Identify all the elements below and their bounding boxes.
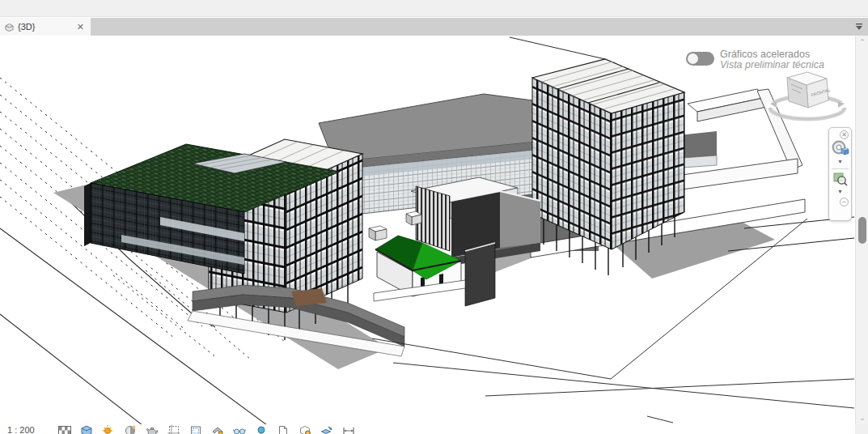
zoom-region-icon[interactable] <box>832 171 849 187</box>
accelerated-graphics-toggle[interactable] <box>686 52 714 66</box>
page-icon[interactable] <box>277 424 290 434</box>
blue-box-icon[interactable] <box>80 424 93 434</box>
3d-view-icon <box>5 23 14 32</box>
lightbulb-icon[interactable] <box>255 424 268 434</box>
toggle-knob <box>688 53 698 64</box>
vertical-scrollbar[interactable]: ⌃ ⌄ <box>855 36 868 424</box>
sun-icon[interactable] <box>102 424 115 434</box>
scroll-up-icon[interactable]: ⌃ <box>856 36 868 49</box>
view-control-bar: 1 : 200 <box>0 424 855 434</box>
app-window: {3D} ✕ <box>0 0 868 434</box>
checkerboard-icon[interactable] <box>58 424 71 434</box>
chevron-down-icon[interactable]: ▾ <box>838 189 841 195</box>
view-tab-bar: {3D} ✕ <box>0 18 868 36</box>
glasses-icon[interactable] <box>233 424 246 434</box>
close-icon[interactable]: ✕ <box>840 130 849 139</box>
crop-region-icon[interactable] <box>189 424 202 434</box>
crop-icon[interactable] <box>167 424 180 434</box>
chevron-down-icon[interactable]: ▾ <box>838 159 841 165</box>
constraints-icon[interactable] <box>342 424 355 434</box>
steering-wheel-icon[interactable] <box>831 140 849 157</box>
minus-icon[interactable]: − <box>840 198 849 206</box>
model-scene <box>0 36 855 424</box>
scale-button[interactable]: 1 : 200 <box>7 425 45 434</box>
tab-label: {3D} <box>18 22 71 32</box>
viewcube[interactable]: FRONTAL <box>765 68 849 126</box>
divider <box>832 168 849 169</box>
close-tab-icon[interactable]: ✕ <box>75 22 86 32</box>
scrollbar-thumb[interactable] <box>858 217 866 244</box>
tab-list-chevron-icon[interactable] <box>853 20 866 33</box>
analytical-box-icon[interactable] <box>299 424 311 434</box>
roof-lock-icon[interactable] <box>211 424 224 434</box>
teapot-icon[interactable] <box>146 424 159 434</box>
displacement-icon[interactable] <box>320 424 333 434</box>
tab-3d-view[interactable]: {3D} ✕ <box>0 18 91 36</box>
navigation-bar: ✕ ▾ ▾ − <box>828 127 852 221</box>
scroll-down-icon[interactable]: ⌄ <box>856 411 868 424</box>
scrollbar-corner <box>855 424 868 434</box>
title-strip <box>0 0 868 17</box>
shadow-circle-icon[interactable] <box>124 424 137 434</box>
3d-model-viewport[interactable]: Gráficos acelerados Vista preliminar téc… <box>0 36 855 424</box>
